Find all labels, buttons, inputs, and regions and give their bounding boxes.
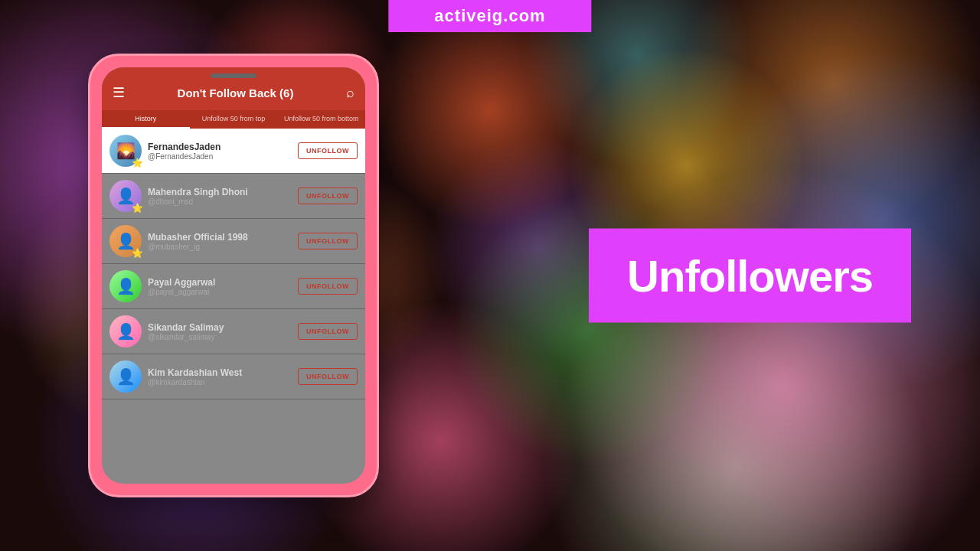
list-item: 👤Payal Aggarwal@payal_aggarwalUNFOLLOW [102,264,365,309]
unfollowers-label: Unfollowers [627,251,873,301]
user-name: Kim Kardashian West [148,367,292,378]
user-name: Mahendra Singh Dhoni [148,187,292,197]
list-item: 👤Kim Kardashian West@kimkardashianUNFOLL… [102,354,365,399]
user-name: Sikandar Salimay [148,322,292,333]
user-name: Payal Aggarwal [148,277,292,288]
tab-unfollow-top[interactable]: Unfollow 50 from top [190,110,278,129]
unfollow-button[interactable]: UNFOLLOW [298,368,358,385]
avatar: 👤⭐ [109,225,142,257]
avatar: 👤⭐ [109,180,142,212]
user-handle: @payal_aggarwal [148,288,292,296]
unfollow-button[interactable]: UNFOLLOW [298,233,358,249]
unfollow-button[interactable]: UNFOLLOW [298,187,358,204]
user-info: Mubasher Official 1998@mubasher_ig [148,232,292,251]
tab-unfollow-bottom[interactable]: Unfollow 50 from bottom [277,110,365,129]
star-badge: ⭐ [132,248,143,259]
phone-mockup: ☰ Don't Follow Back (6) ⌕ History Unfoll… [88,54,379,497]
user-info: Mahendra Singh Dhoni@dhoni_msd [148,187,292,206]
user-handle: @mubasher_ig [148,243,292,251]
list-item: 👤⭐Mahendra Singh Dhoni@dhoni_msdUNFOLLOW [102,174,365,219]
unfollow-button[interactable]: UNFOLLOW [298,323,358,340]
search-icon[interactable]: ⌕ [346,85,354,101]
avatar: 👤 [109,270,142,302]
unfollowers-banner: Unfollowers [589,229,911,323]
avatar: 👤 [109,360,142,393]
user-list: 🌄⭐FernandesJaden@FernandesJadenUNFOLLOW👤… [102,129,365,399]
user-info: Kim Kardashian West@kimkardashian [148,367,292,386]
app-title: Don't Follow Back (6) [178,86,294,99]
phone-outer: ☰ Don't Follow Back (6) ⌕ History Unfoll… [88,54,379,497]
top-banner: activeig.com [388,0,591,32]
avatar: 👤 [109,315,142,347]
star-badge: ⭐ [132,158,143,168]
phone-speaker [211,73,256,78]
list-item: 👤Sikandar Salimay@sikandar_salimayUNFOLL… [102,309,365,354]
tab-history[interactable]: History [102,110,190,129]
user-handle: @kimkardashian [148,378,292,386]
user-name: FernandesJaden [148,142,292,152]
user-handle: @FernandesJaden [148,152,292,161]
unfollow-button[interactable]: UNFOLLOW [298,142,358,159]
user-name: Mubasher Official 1998 [148,232,292,243]
unfollow-button[interactable]: UNFOLLOW [298,278,358,295]
user-info: Sikandar Salimay@sikandar_salimay [148,322,292,341]
user-handle: @dhoni_msd [148,197,292,206]
tab-bar: History Unfollow 50 from top Unfollow 50… [102,110,365,129]
phone-screen: ☰ Don't Follow Back (6) ⌕ History Unfoll… [102,67,365,484]
user-info: Payal Aggarwal@payal_aggarwal [148,277,292,296]
list-item: 👤⭐Mubasher Official 1998@mubasher_igUNFO… [102,219,365,264]
user-info: FernandesJaden@FernandesJaden [148,142,292,161]
list-item: 🌄⭐FernandesJaden@FernandesJadenUNFOLLOW [102,129,365,174]
star-badge: ⭐ [132,203,143,214]
menu-icon[interactable]: ☰ [113,84,125,101]
avatar: 🌄⭐ [109,135,142,167]
user-handle: @sikandar_salimay [148,333,292,341]
site-domain: activeig.com [434,6,545,25]
